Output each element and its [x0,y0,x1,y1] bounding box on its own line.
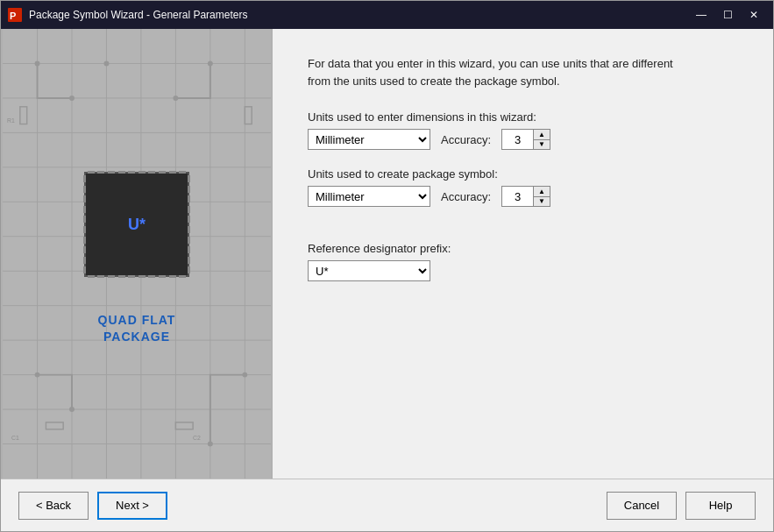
pins-top [86,161,188,174]
pin [188,257,190,264]
pin [169,171,176,174]
window-title: Package Symbol Wizard - General Paramete… [29,9,689,21]
chip-graphic: U* [67,154,207,344]
wizard-accuracy-label: Accuracy: [441,133,491,146]
svg-text:R1: R1 [7,117,15,124]
pin [188,195,190,202]
pin [169,275,176,278]
wizard-units-select[interactable]: Millimeter Inch Mil [308,129,430,150]
wizard-accuracy-spinner: ▲ ▼ [501,129,550,150]
pin [128,171,135,174]
svg-text:C2: C2 [193,435,201,441]
pin [83,257,86,264]
package-units-section: Units used to create package symbol: Mil… [308,167,738,207]
pin [83,237,86,244]
left-panel: C1 C2 R1 U* [1,29,273,479]
window-controls: — ☐ ✕ [689,6,766,24]
pin [88,171,95,174]
right-panel: For data that you enter in this wizard, … [273,29,773,479]
pin [188,246,190,253]
maximize-button[interactable]: ☐ [715,6,740,24]
pin [188,186,190,193]
close-button[interactable]: ✕ [742,6,766,24]
ref-designator-row: U* IC U R C [308,260,738,281]
title-bar: P Package Symbol Wizard - General Parame… [1,1,773,29]
pins-bottom [86,275,188,287]
pin [88,275,95,278]
pin [83,195,86,202]
pin [188,226,190,233]
pin [118,171,125,174]
pin [83,226,86,233]
wizard-accuracy-down[interactable]: ▼ [534,139,550,149]
package-accuracy-down[interactable]: ▼ [534,196,550,206]
pin [83,246,86,253]
ref-designator-section: Reference designator prefix: U* IC U R C [308,242,738,281]
help-button[interactable]: Help [685,492,756,520]
pin [188,216,190,223]
pin [138,171,146,174]
pins-left [74,174,86,275]
package-accuracy-label: Accuracy: [441,190,491,203]
pin [188,237,190,244]
bottom-bar: < Back Next > Cancel Help [1,479,773,531]
cancel-button[interactable]: Cancel [607,492,677,520]
svg-text:C1: C1 [11,435,19,441]
package-accuracy-input[interactable] [502,187,534,206]
wizard-accuracy-buttons: ▲ ▼ [534,130,550,149]
pin [128,275,135,278]
app-icon: P [8,8,22,22]
svg-point-24 [104,61,110,67]
pin [97,275,104,278]
pin [159,275,166,278]
pin [118,275,125,278]
pin [83,186,86,193]
package-units-label: Units used to create package symbol: [308,167,738,181]
pin [108,171,115,174]
wizard-accuracy-input[interactable] [502,130,534,149]
wizard-units-label: Units used to enter dimensions in this w… [308,110,738,124]
pin [148,275,155,278]
package-accuracy-up[interactable]: ▲ [534,187,550,196]
pin [148,171,155,174]
pin [188,206,190,213]
package-units-select[interactable]: Millimeter Inch Mil [308,186,430,207]
pin [83,175,86,182]
chip-label: U* [128,216,146,234]
package-units-row: Millimeter Inch Mil Accuracy: ▲ ▼ [308,186,738,207]
pin [83,206,86,213]
main-window: P Package Symbol Wizard - General Parame… [0,0,774,532]
package-accuracy-buttons: ▲ ▼ [534,187,550,206]
pin [159,171,166,174]
intro-text: For data that you enter in this wizard, … [308,55,693,89]
pin [179,171,186,174]
pin [108,275,115,278]
wizard-accuracy-up[interactable]: ▲ [534,130,550,139]
ref-designator-select[interactable]: U* IC U R C [308,260,430,281]
pin [138,275,146,278]
back-button[interactable]: < Back [18,492,89,520]
chip-wrapper: U* [67,154,207,294]
pins-right [188,174,200,275]
pin [188,266,190,273]
pin [83,266,86,273]
pin [83,216,86,223]
chip-body: U* [84,172,189,277]
next-button[interactable]: Next > [97,492,167,520]
package-accuracy-spinner: ▲ ▼ [501,186,550,207]
svg-text:P: P [10,11,16,21]
wizard-units-section: Units used to enter dimensions in this w… [308,110,738,150]
package-label: QUAD FLAT PACKAGE [98,312,176,344]
pin [179,275,186,278]
wizard-units-row: Millimeter Inch Mil Accuracy: ▲ ▼ [308,129,738,150]
minimize-button[interactable]: — [689,6,714,24]
pin [188,175,190,182]
content-area: C1 C2 R1 U* [1,29,773,479]
pin [97,171,104,174]
ref-designator-label: Reference designator prefix: [308,242,738,255]
